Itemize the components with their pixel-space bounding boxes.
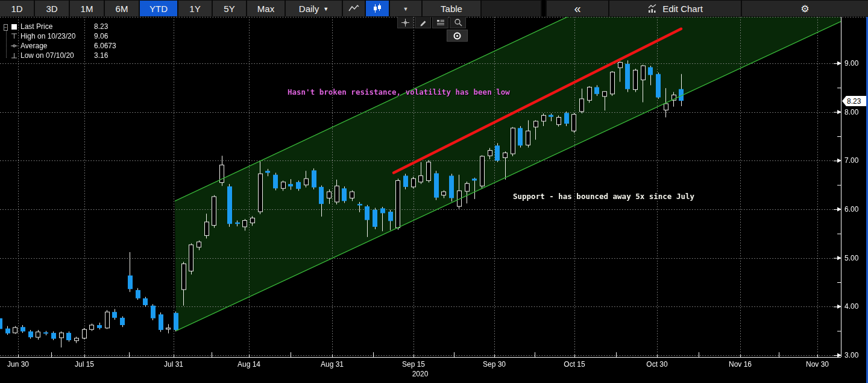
blank-toolbar-button[interactable] — [482, 1, 541, 16]
collapse-panel-button[interactable]: « — [547, 1, 608, 16]
range-button-ytd[interactable]: YTD — [140, 1, 177, 16]
range-button-1m[interactable]: 1M — [70, 1, 104, 16]
chevron-down-icon: ▼ — [403, 6, 409, 12]
period-label: Daily — [299, 4, 319, 14]
legend-label: High on 10/23/20 — [20, 32, 94, 40]
legend-row-high[interactable]: High on 10/23/20 9.06 — [4, 31, 122, 41]
crosshair-move-icon — [401, 18, 410, 27]
high-marker-icon — [11, 33, 20, 40]
low-marker-icon — [11, 52, 20, 59]
zoom-tool-button[interactable] — [450, 16, 466, 28]
candlestick-chart-canvas[interactable] — [0, 0, 868, 383]
range-button-max[interactable]: Max — [247, 1, 285, 16]
annotate-tool-button[interactable] — [415, 16, 431, 28]
news-tool-button[interactable] — [432, 16, 448, 28]
last-price-badge: 8.23 — [842, 96, 868, 106]
legend-value: 6.0673 — [94, 42, 122, 50]
legend-row-average[interactable]: Average 6.0673 — [4, 41, 122, 51]
chart-legend: − Last Price 8.23 High on 10/23/20 9.06 … — [4, 22, 122, 60]
range-button-1d[interactable]: 1D — [0, 1, 34, 16]
line-chart-type-button[interactable] — [343, 1, 365, 16]
period-dropdown[interactable]: Daily ▼ — [286, 1, 342, 16]
resistance-annotation[interactable]: Hasn't broken resistance, volatility has… — [288, 87, 510, 97]
candlestick-chart-icon — [373, 4, 382, 13]
drawing-tool-palette — [397, 16, 466, 28]
average-marker-icon — [11, 42, 20, 49]
edit-chart-icon — [647, 4, 658, 13]
range-button-5y[interactable]: 5Y — [213, 1, 246, 16]
legend-value: 9.06 — [94, 32, 122, 40]
pencil-icon — [419, 18, 427, 27]
bloomberg-chart-window: 1D3D1M6MYTD1Y5YMax Daily ▼ ▼ Table — [0, 0, 868, 383]
toolbar-divider — [542, 0, 546, 17]
legend-label: Average — [20, 42, 94, 50]
edit-chart-button[interactable]: Edit Chart — [609, 1, 741, 16]
tree-expander-icon[interactable]: − — [4, 24, 8, 31]
support-annotation[interactable]: Support - has bounced away 5x since July — [513, 192, 694, 201]
pan-tool-button[interactable] — [397, 16, 414, 28]
table-button[interactable]: Table — [423, 1, 480, 16]
range-button-group: 1D3D1M6MYTD1Y5YMax — [0, 0, 285, 17]
edit-chart-label: Edit Chart — [662, 4, 703, 14]
legend-label: Low on 07/10/20 — [20, 51, 94, 60]
legend-row-low[interactable]: Low on 07/10/20 3.16 — [4, 51, 122, 60]
range-button-1y[interactable]: 1Y — [178, 1, 212, 16]
ring-dot-icon — [453, 32, 461, 40]
range-button-6m[interactable]: 6M — [105, 1, 139, 16]
line-chart-icon — [348, 4, 359, 13]
last-price-value: 8.23 — [847, 97, 861, 106]
list-icon — [436, 19, 445, 27]
square-icon — [11, 24, 20, 30]
chart-toolbar: 1D3D1M6MYTD1Y5YMax Daily ▼ ▼ Table — [0, 0, 868, 17]
legend-row-last-price[interactable]: − Last Price 8.23 — [4, 22, 122, 31]
settings-button[interactable]: ⚙ — [742, 1, 868, 16]
target-point-button[interactable] — [447, 30, 468, 42]
magnifier-icon — [454, 18, 462, 27]
range-button-3d[interactable]: 3D — [35, 1, 69, 16]
legend-value: 3.16 — [94, 51, 122, 60]
double-chevron-left-icon: « — [574, 2, 580, 16]
legend-value: 8.23 — [94, 22, 122, 31]
gear-icon: ⚙ — [800, 3, 809, 14]
table-button-label: Table — [441, 4, 462, 14]
chevron-down-icon: ▼ — [323, 6, 329, 12]
chart-type-dropdown[interactable]: ▼ — [390, 1, 421, 16]
candlestick-chart-type-button[interactable] — [366, 1, 389, 16]
legend-label: Last Price — [20, 22, 94, 31]
